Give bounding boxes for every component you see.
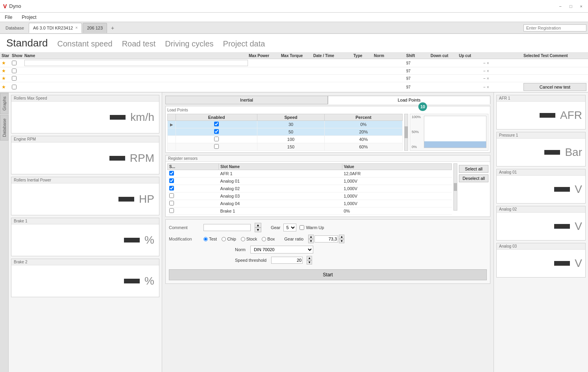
col-upcut: Up cut (459, 54, 483, 58)
name-input[interactable] (24, 60, 248, 66)
file-menu[interactable]: File (3, 14, 14, 21)
gear-ratio-up-btn[interactable]: ▲ (308, 235, 314, 239)
tab-project-data[interactable]: Project data (223, 39, 265, 51)
speed-threshold-down[interactable]: ▼ (307, 260, 312, 265)
start-button[interactable]: Start (169, 269, 487, 280)
gear-ratio-spin-up[interactable]: ▲ (339, 235, 344, 239)
remove-btn[interactable]: × (487, 76, 489, 81)
lp-enabled-checkbox[interactable] (214, 137, 219, 141)
minus-btn[interactable]: − (483, 61, 486, 65)
warm-up-label: Warm Up (306, 225, 324, 230)
radio-stock-input[interactable] (241, 237, 245, 241)
registration-input[interactable] (523, 24, 586, 31)
star-icon[interactable]: ★ (2, 68, 11, 74)
tab-a6[interactable]: A6 3.0 TDI KR23412 × (29, 23, 82, 33)
comment-down-btn[interactable]: ▼ (255, 228, 261, 232)
show-checkbox[interactable] (12, 68, 17, 73)
database-side-tab[interactable]: Database (0, 115, 9, 141)
star-icon[interactable]: ★ (2, 76, 11, 81)
reg-checkbox[interactable] (169, 201, 174, 205)
reg-check-cell[interactable] (168, 200, 219, 207)
tab-driving-cycles[interactable]: Driving cycles (165, 39, 213, 51)
lp-enabled-cell[interactable] (176, 136, 257, 143)
remove-btn[interactable]: × (487, 61, 489, 65)
reg-check-cell[interactable] (168, 207, 219, 215)
inertial-button[interactable]: Inertial (165, 96, 328, 104)
graphs-side-tab[interactable]: Graphs (0, 93, 9, 114)
radio-test-input[interactable] (203, 237, 208, 241)
reg-check-cell[interactable] (168, 185, 219, 192)
show-checkbox[interactable] (12, 61, 17, 65)
radio-box[interactable]: Box (262, 237, 275, 241)
speed-threshold-input[interactable] (271, 257, 303, 264)
gauge-value: HP (139, 193, 154, 205)
reg-check-cell[interactable] (168, 170, 219, 178)
minus-btn[interactable]: − (483, 69, 486, 73)
minus-btn[interactable]: − (483, 85, 486, 89)
warm-up-checkbox[interactable] (300, 225, 304, 230)
norm-row: Norm DIN 70020 SAE ISO (169, 246, 487, 254)
config-area: Comment ▲ ▼ Gear 5 1 2 3 4 6 (165, 219, 490, 284)
project-menu[interactable]: Project (20, 14, 38, 21)
reg-scrollbar-thumb[interactable] (454, 183, 457, 191)
close-button[interactable]: × (578, 3, 585, 9)
gear-ratio-input[interactable] (314, 235, 338, 242)
norm-select[interactable]: DIN 70020 SAE ISO (250, 246, 313, 254)
reg-sensors-scrollbar[interactable] (453, 163, 457, 211)
radio-box-input[interactable] (262, 237, 266, 241)
remove-btn[interactable]: × (487, 85, 489, 89)
load-points-scrollbar[interactable] (404, 114, 408, 151)
lp-enabled-cell[interactable] (176, 143, 257, 151)
reg-checkbox[interactable] (169, 193, 174, 198)
select-all-button[interactable]: Select all (459, 165, 488, 173)
lp-enabled-cell[interactable] (176, 121, 257, 128)
lp-enabled-checkbox[interactable] (214, 122, 219, 126)
table-row: ★ 97 − × Cancel new test (0, 82, 588, 92)
show-checkbox[interactable] (12, 76, 17, 81)
scrollbar-thumb[interactable] (405, 126, 408, 138)
add-tab-button[interactable]: + (108, 24, 117, 32)
reg-check-cell[interactable] (168, 178, 219, 185)
lp-enabled-checkbox[interactable] (214, 129, 219, 134)
star-icon[interactable]: ★ (2, 60, 11, 66)
database-tab[interactable]: Database (2, 24, 28, 32)
show-checkbox[interactable] (12, 85, 17, 89)
lp-enabled-checkbox[interactable] (214, 144, 219, 149)
radio-test[interactable]: Test (203, 237, 217, 241)
speed-threshold-up[interactable]: ▲ (307, 256, 312, 260)
test-table: Star Show Name Max Power Max Torque Date… (0, 53, 588, 93)
load-points-button[interactable]: Load Points (328, 96, 490, 104)
minus-btn[interactable]: − (483, 76, 486, 81)
reg-checkbox[interactable] (169, 178, 174, 183)
deselect-all-button[interactable]: Deselect all (459, 174, 488, 182)
gear-select[interactable]: 5 1 2 3 4 6 (283, 224, 296, 231)
left-gauges-panel: Rollers Max Speed km/h Engine RPM RPM Ro… (9, 93, 162, 372)
lp-percent-cell: 20% (324, 128, 402, 136)
tab-206[interactable]: 206 123 (83, 23, 107, 33)
comment-input[interactable] (203, 224, 251, 231)
reg-checkbox[interactable] (169, 186, 174, 191)
reg-checkbox[interactable] (169, 208, 174, 213)
gauge-pressure1-content: Bar (497, 139, 585, 166)
gear-ratio-spin-down[interactable]: ▼ (339, 239, 344, 243)
gear-ratio-down-btn[interactable]: ▼ (308, 239, 314, 243)
minimize-button[interactable]: − (557, 3, 564, 9)
star-icon[interactable]: ★ (2, 84, 11, 90)
radio-chip-input[interactable] (222, 237, 226, 241)
tab-close-icon[interactable]: × (75, 26, 78, 30)
tab-road-test[interactable]: Road test (122, 39, 156, 51)
lp-enabled-cell[interactable] (176, 128, 257, 136)
tab-standard[interactable]: Standard (6, 37, 48, 52)
tab-constant-speed[interactable]: Constant speed (57, 39, 113, 51)
remove-btn[interactable]: × (487, 69, 489, 73)
maximize-button[interactable]: □ (567, 3, 575, 9)
comment-up-btn[interactable]: ▲ (255, 223, 261, 228)
radio-stock[interactable]: Stock (241, 237, 257, 241)
reg-check-cell[interactable] (168, 192, 219, 200)
lp-col-speed: Speed (257, 114, 325, 121)
reg-checkbox[interactable] (169, 171, 174, 176)
gauge-pressure1-title: Pressure 1 (497, 132, 585, 139)
chart-bar-area (424, 116, 486, 148)
radio-chip[interactable]: Chip (222, 237, 236, 241)
cancel-new-test-button[interactable]: Cancel new test (523, 83, 586, 91)
